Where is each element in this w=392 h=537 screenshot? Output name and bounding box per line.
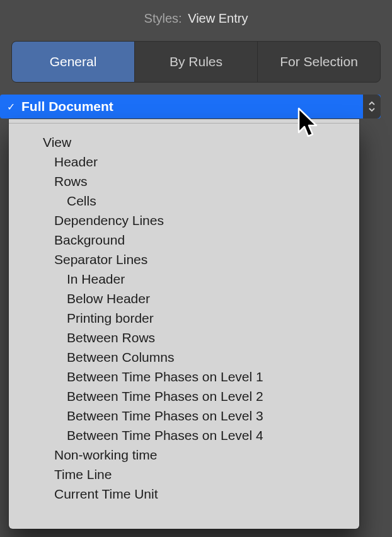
tree-item[interactable]: Between Columns: [9, 347, 359, 367]
tree-item[interactable]: Dependency Lines: [9, 211, 359, 230]
stepper-icon: [368, 101, 376, 112]
tree-item[interactable]: Between Time Phases on Level 4: [9, 425, 359, 445]
tree-item[interactable]: View: [9, 132, 359, 152]
tree-item[interactable]: Current Time Unit: [9, 484, 359, 504]
tree-item[interactable]: In Header: [9, 269, 359, 289]
tree-item[interactable]: Below Header: [9, 289, 359, 308]
scope-selector-stepper[interactable]: [363, 95, 381, 118]
scope-selector[interactable]: ✓ Full Document: [0, 95, 381, 118]
panel-title: Styles: View Entry: [0, 0, 392, 32]
tree-item[interactable]: Between Rows: [9, 328, 359, 347]
tree-item[interactable]: Separator Lines: [9, 250, 359, 269]
tree-item[interactable]: Rows: [9, 171, 359, 191]
tree-item[interactable]: Between Time Phases on Level 2: [9, 386, 359, 406]
tree-item[interactable]: Non-working time: [9, 445, 359, 465]
tree-item[interactable]: Between Time Phases on Level 3: [9, 406, 359, 425]
check-icon: ✓: [0, 101, 21, 113]
tree-item[interactable]: Printing border: [9, 308, 359, 328]
tree-item[interactable]: Cells: [9, 191, 359, 211]
tabs: General By Rules For Selection: [11, 41, 381, 83]
tab-by-rules[interactable]: By Rules: [135, 42, 258, 82]
tree-item[interactable]: Background: [9, 230, 359, 250]
tab-general[interactable]: General: [12, 42, 135, 82]
scope-selector-label: Full Document: [21, 99, 381, 114]
panel-title-value: View Entry: [188, 11, 248, 25]
panel-title-label: Styles:: [144, 11, 182, 25]
style-tree: ViewHeaderRowsCellsDependency LinesBackg…: [9, 124, 359, 504]
tab-for-selection[interactable]: For Selection: [258, 42, 380, 82]
tree-item[interactable]: Between Time Phases on Level 1: [9, 367, 359, 386]
tree-item[interactable]: Header: [9, 152, 359, 171]
scope-dropdown: ViewHeaderRowsCellsDependency LinesBackg…: [9, 119, 359, 529]
tree-item[interactable]: Time Line: [9, 465, 359, 484]
